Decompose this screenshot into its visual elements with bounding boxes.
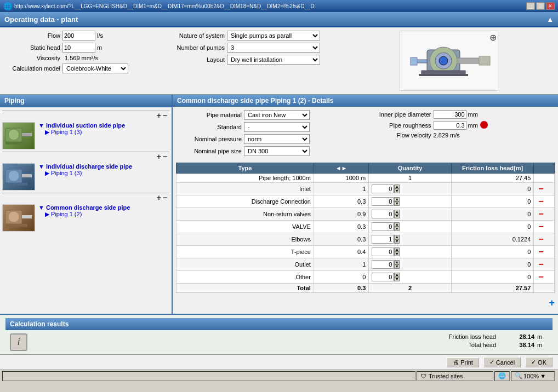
pipe-roughness-input[interactable]	[434, 121, 466, 130]
minus-button-4[interactable]: −	[537, 222, 545, 231]
minus-button-7[interactable]: −	[537, 260, 545, 269]
spin-down-8[interactable]: ▼	[394, 277, 400, 281]
svg-rect-12	[22, 133, 32, 136]
row-val-0: 1000 m	[314, 174, 368, 183]
row-action-5[interactable]: −	[534, 233, 555, 246]
static-head-unit: m	[97, 44, 102, 51]
row-friction-1: 0	[451, 183, 534, 195]
spin-down-6[interactable]: ▼	[394, 252, 400, 256]
add-suction-button[interactable]: +	[157, 111, 161, 120]
suction-info: ▼ Individual suction side pipe ▶ Piping …	[38, 122, 125, 136]
layout-select[interactable]: Dry well installation	[227, 55, 320, 65]
zone-icon: 🌐	[498, 372, 506, 379]
qty-input-6[interactable]	[372, 247, 394, 256]
remove-discharge-button[interactable]: −	[163, 152, 167, 161]
pipe-roughness-row: Pipe roughness mm	[366, 121, 555, 130]
col-qty-header: Quantity	[369, 163, 452, 174]
row-action-8[interactable]: −	[534, 271, 555, 284]
minus-button-5[interactable]: −	[537, 234, 545, 244]
piping-divider-1: + −	[2, 111, 169, 120]
nature-select[interactable]: Single pumps as parall	[227, 31, 320, 41]
qty-input-8[interactable]	[372, 273, 394, 281]
nom-pipe-size-select[interactable]: DN 300	[244, 146, 310, 156]
num-pumps-select[interactable]: 3	[227, 43, 320, 53]
row-action-3[interactable]: −	[534, 208, 555, 221]
calc-info-icon[interactable]: i	[10, 333, 27, 351]
spin-down-1[interactable]: ▼	[394, 189, 400, 193]
pipe-material-label: Pipe material	[176, 112, 242, 118]
suction-label[interactable]: ▼ Individual suction side pipe	[38, 122, 125, 129]
roughness-toggle[interactable]	[480, 121, 488, 130]
suction-controls: ▼ Individual suction side pipe ▶ Piping …	[2, 121, 169, 151]
inner-diameter-input[interactable]	[434, 110, 466, 119]
svg-point-19	[8, 211, 19, 222]
qty-input-7[interactable]	[372, 260, 394, 269]
qty-input-1[interactable]	[372, 185, 394, 193]
add-row-button[interactable]: +	[549, 297, 555, 309]
minimize-button[interactable]: _	[526, 2, 535, 10]
zoom-icon[interactable]: ⊕	[489, 32, 497, 43]
spin-up-6[interactable]: ▲	[394, 247, 400, 252]
spin-down-5[interactable]: ▼	[394, 239, 400, 244]
flow-unit: l/s	[97, 32, 103, 39]
remove-common-button[interactable]: −	[163, 193, 167, 202]
spin-down-4[interactable]: ▼	[394, 227, 400, 231]
row-action-2[interactable]: −	[534, 195, 555, 208]
add-discharge-button[interactable]: +	[157, 152, 161, 161]
status-bar: 🛡 Trusted sites 🌐 🔍 100% ▼	[0, 370, 558, 382]
standard-row: Standard -	[176, 122, 366, 132]
minus-button-3[interactable]: −	[537, 209, 545, 218]
col-val-header[interactable]: ◄►	[314, 163, 368, 174]
discharge-label[interactable]: ▼ Individual discharge side pipe	[38, 163, 132, 170]
qty-input-3[interactable]	[372, 210, 394, 218]
row-action-7[interactable]: −	[534, 258, 555, 271]
common-label[interactable]: ▼ Common discharge side pipe	[38, 204, 130, 211]
spin-up-2[interactable]: ▲	[394, 197, 400, 201]
row-action-1[interactable]: −	[534, 183, 555, 195]
spin-up-1[interactable]: ▲	[394, 185, 400, 189]
common-sub-label[interactable]: ▶ Piping 1 (2)	[45, 211, 130, 218]
calc-model-select[interactable]: Colebrook-White	[62, 64, 128, 73]
row-type-3: Non-return valves	[176, 208, 314, 221]
minus-button-6[interactable]: −	[537, 247, 545, 256]
nom-pressure-select[interactable]: norm	[244, 134, 310, 144]
minus-button-2[interactable]: −	[537, 197, 545, 206]
standard-select[interactable]: -	[244, 122, 310, 132]
piping-panel: Piping + −	[0, 95, 173, 314]
suction-sub-label[interactable]: ▶ Piping 1 (3)	[45, 129, 125, 136]
spin-up-4[interactable]: ▲	[394, 222, 400, 227]
print-button[interactable]: 🖨 Print	[447, 358, 479, 367]
pipe-table-wrapper: Type ◄► Quantity Friction loss head[m] P…	[176, 163, 555, 293]
row-action-4[interactable]: −	[534, 221, 555, 233]
add-common-button[interactable]: +	[157, 193, 161, 202]
scroll-top-icon[interactable]: ▲	[546, 15, 554, 24]
calc-results-body: i Friction loss head 28.14 m Total head …	[5, 333, 553, 351]
row-qty-3: ▲ ▼	[369, 208, 452, 221]
pipe-material-select[interactable]: Cast iron New	[244, 110, 310, 120]
qty-input-4[interactable]	[372, 222, 394, 231]
spin-down-2[interactable]: ▼	[394, 201, 400, 206]
maximize-button[interactable]: □	[536, 2, 545, 10]
spin-up-5[interactable]: ▲	[394, 235, 400, 239]
row-action-0	[534, 174, 555, 183]
ok-button[interactable]: ✓ OK	[525, 357, 553, 367]
discharge-sub-label[interactable]: ▶ Piping 1 (3)	[45, 170, 132, 177]
spin-down-7[interactable]: ▼	[394, 264, 400, 269]
minus-button-1[interactable]: −	[537, 184, 545, 193]
row-val-2: 0.3	[314, 195, 368, 208]
static-head-input[interactable]	[62, 43, 95, 53]
title-bar-controls[interactable]: _ □ ✕	[526, 2, 555, 10]
spin-up-7[interactable]: ▲	[394, 260, 400, 264]
close-button[interactable]: ✕	[546, 2, 555, 10]
zoom-dropdown-icon[interactable]: ▼	[540, 373, 546, 379]
qty-input-5[interactable]	[372, 235, 394, 244]
qty-input-2[interactable]	[372, 197, 394, 206]
remove-suction-button[interactable]: −	[163, 111, 167, 120]
cancel-button[interactable]: ✓ Cancel	[483, 357, 521, 367]
flow-input[interactable]	[62, 31, 95, 41]
minus-button-8[interactable]: −	[537, 272, 545, 281]
spin-up-3[interactable]: ▲	[394, 210, 400, 214]
spin-up-8[interactable]: ▲	[394, 273, 400, 277]
row-action-6[interactable]: −	[534, 246, 555, 258]
spin-down-3[interactable]: ▼	[394, 214, 400, 218]
